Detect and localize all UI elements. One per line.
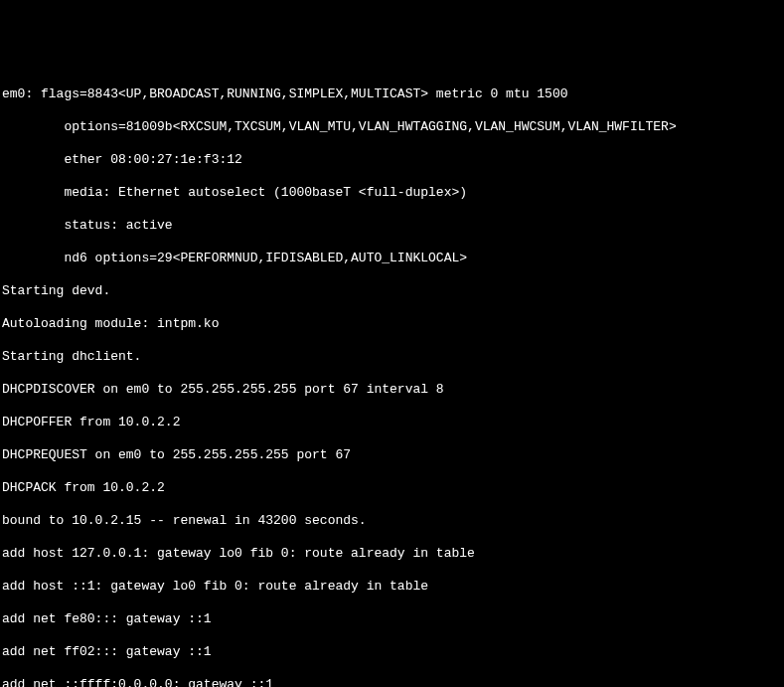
boot-line: ether 08:00:27:1e:f3:12 <box>2 152 782 169</box>
boot-line: add net ff02::: gateway ::1 <box>2 644 782 661</box>
boot-line: DHCPACK from 10.0.2.2 <box>2 480 782 497</box>
boot-line: add net fe80::: gateway ::1 <box>2 611 782 628</box>
terminal-output: em0: flags=8843<UP,BROADCAST,RUNNING,SIM… <box>2 70 782 687</box>
boot-line: DHCPOFFER from 10.0.2.2 <box>2 415 782 431</box>
boot-line: add net ::ffff:0.0.0.0: gateway ::1 <box>2 677 782 688</box>
boot-line: media: Ethernet autoselect (1000baseT <f… <box>2 185 782 202</box>
boot-line: Starting dhclient. <box>2 349 782 366</box>
boot-line: add host 127.0.0.1: gateway lo0 fib 0: r… <box>2 546 782 563</box>
boot-line: DHCPREQUEST on em0 to 255.255.255.255 po… <box>2 447 782 464</box>
boot-line: em0: flags=8843<UP,BROADCAST,RUNNING,SIM… <box>2 86 782 103</box>
boot-line: Autoloading module: intpm.ko <box>2 316 782 333</box>
boot-line: DHCPDISCOVER on em0 to 255.255.255.255 p… <box>2 382 782 399</box>
boot-line: options=81009b<RXCSUM,TXCSUM,VLAN_MTU,VL… <box>2 119 782 136</box>
boot-line: nd6 options=29<PERFORMNUD,IFDISABLED,AUT… <box>2 251 782 267</box>
boot-line: Starting devd. <box>2 283 782 300</box>
boot-line: status: active <box>2 218 782 235</box>
boot-line: add host ::1: gateway lo0 fib 0: route a… <box>2 579 782 596</box>
boot-line: bound to 10.0.2.15 -- renewal in 43200 s… <box>2 513 782 530</box>
